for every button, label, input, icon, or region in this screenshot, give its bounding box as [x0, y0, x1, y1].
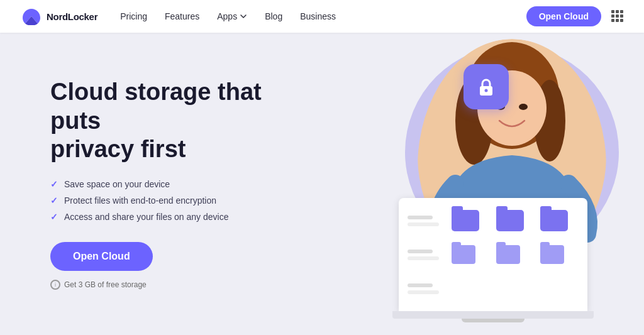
- nav-actions: Open Cloud: [526, 6, 624, 26]
- grid-dot: [611, 19, 614, 22]
- laptop-lines-1: [408, 216, 445, 226]
- grid-dot: [620, 19, 623, 22]
- grid-dot: [620, 14, 623, 18]
- line: [408, 222, 439, 226]
- apps-grid-icon[interactable]: [611, 10, 624, 23]
- nav-link-blog[interactable]: Blog: [265, 11, 282, 21]
- laptop-lines-3: [408, 283, 445, 294]
- laptop-lines-2: [408, 250, 445, 260]
- folder-icon: [540, 245, 564, 264]
- lock-icon: [475, 75, 497, 98]
- grid-dot: [616, 19, 619, 22]
- svg-point-10: [485, 89, 488, 92]
- grid-dot: [611, 14, 614, 18]
- hero-cta-button[interactable]: Open Cloud: [50, 242, 153, 271]
- nav-link-business[interactable]: Business: [300, 11, 336, 21]
- folder-icon: [540, 210, 568, 231]
- grid-dot: [611, 10, 614, 13]
- nav-links: Pricing Features Apps Blog Business: [120, 11, 526, 21]
- grid-dot: [620, 10, 623, 13]
- folder-icon: [452, 210, 479, 231]
- folder-icon: [496, 210, 524, 231]
- line: [408, 283, 433, 287]
- laptop-screen: [399, 198, 587, 311]
- nav-link-pricing[interactable]: Pricing: [120, 11, 147, 21]
- chevron-down-icon: [240, 13, 247, 20]
- grid-dot: [616, 10, 619, 13]
- checkmark-icon: ✓: [50, 212, 58, 222]
- laptop-base: [392, 311, 594, 319]
- hero-heading: Cloud storage that puts privacy first: [50, 78, 264, 164]
- folder-icon: [452, 245, 475, 264]
- nordlocker-logo-icon: [20, 8, 43, 25]
- feature-item: ✓ Save space on your device: [50, 179, 594, 189]
- logo-link[interactable]: NordLocker: [20, 8, 97, 25]
- open-cloud-button[interactable]: Open Cloud: [526, 6, 601, 26]
- laptop-illustration: [392, 198, 594, 322]
- checkmark-icon: ✓: [50, 195, 58, 206]
- grid-dot: [616, 14, 619, 18]
- line: [408, 290, 439, 294]
- nav-link-apps[interactable]: Apps: [217, 11, 247, 21]
- logo-text: NordLocker: [47, 11, 97, 22]
- line: [408, 256, 439, 260]
- hero-section: Cloud storage that puts privacy first ✓ …: [0, 33, 644, 335]
- line: [408, 216, 433, 219]
- laptop-stand: [462, 319, 525, 322]
- lock-bubble: [464, 64, 509, 109]
- folder-icon: [496, 245, 520, 264]
- shield-icon: i: [50, 280, 60, 290]
- nav-link-features[interactable]: Features: [165, 11, 199, 21]
- navbar: NordLocker Pricing Features Apps Blog Bu…: [0, 0, 644, 33]
- line: [408, 250, 433, 253]
- checkmark-icon: ✓: [50, 179, 58, 189]
